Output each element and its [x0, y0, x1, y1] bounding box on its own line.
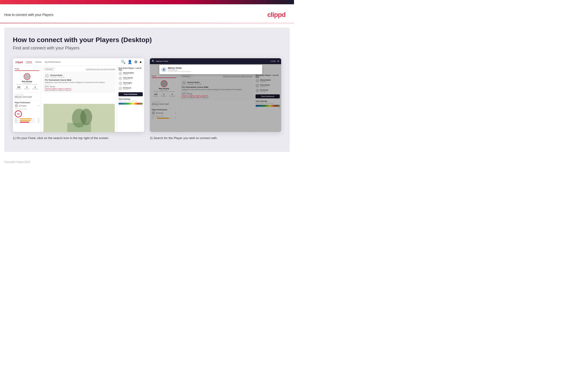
act-header: Richard Butler Yesterday · The Grove — [45, 74, 113, 78]
header: How to connect with your Players clippd — [0, 4, 294, 23]
app-nav-1: clippd Home Teams My Performance 🔍 👤 ⚙ ● — [13, 58, 144, 66]
search-icon-ui: 🔍 — [152, 60, 155, 63]
golfer-illustration — [41, 104, 117, 132]
screenshots-row: clippd Home Teams My Performance 🔍 👤 ⚙ ● — [13, 58, 281, 140]
header-divider — [0, 23, 294, 23]
clear-button[interactable]: CLEAR — [271, 60, 276, 62]
tag-putt: PUTT — [64, 88, 71, 91]
hero-title: How to connect with your Players (Deskto… — [13, 36, 281, 44]
avatar-icon[interactable]: ● — [139, 60, 142, 64]
page-title: How to connect with your Players — [4, 13, 53, 17]
following-button[interactable]: Following ▾ — [43, 67, 55, 71]
heatmap-title: Team Heatmap — [119, 98, 143, 100]
tag-arg: ARG — [58, 88, 64, 91]
left-panel-1: Feed Blair McHarg Golf Coach Mill Ride G… — [13, 66, 41, 132]
nav-item-teams[interactable]: Teams — [35, 61, 42, 63]
heatmap-bar — [119, 103, 143, 105]
profile-club: Mill Ride Golf Club, United Kingdom — [15, 84, 39, 85]
hero-subtitle: Find and connect with your Players — [13, 46, 281, 51]
golfer-image-area — [41, 104, 117, 132]
following-row: Following ▾ Control who can see your act… — [43, 67, 115, 71]
screenshot-2-col: clippd Home Teams My Performance 🔍 👤 ⚙ ●… — [150, 58, 281, 140]
heatmap-scale: -5 +5 — [119, 105, 143, 107]
stat-activities: 129 Activities — [16, 86, 21, 90]
logo: clippd — [267, 11, 285, 18]
avatar-inner — [25, 74, 30, 79]
pl-avatar-4 — [119, 87, 122, 90]
bars-mini: OTT 79 APP — [15, 118, 39, 123]
tag-ott: OTT — [45, 88, 51, 91]
right-panel-1: Most Active Players - Last 30 days Richa… — [117, 66, 144, 132]
search-input[interactable]: Marcus Turner — [156, 60, 269, 62]
heatmap-subtitle: Player Quality · 20 Round Trend — [119, 100, 143, 102]
stat-following: 4 Following — [32, 86, 38, 90]
sr-avatar: 👤 — [161, 67, 167, 72]
user-icon[interactable]: 👤 — [128, 60, 132, 64]
act-tags: OTT APP ARG PUTT — [45, 88, 113, 91]
player-list-item-1: Richard Butler Activities: 7 — [119, 72, 143, 75]
control-link[interactable]: Control who can see your activity and da… — [86, 68, 115, 70]
search-dropdown: 👤 Marcus Turner 1-5 Handicap Cypress Poi… — [159, 65, 262, 74]
latest-activity: Latest Activity Afternoon round of golf … — [15, 94, 39, 99]
score-circle: 84 — [15, 110, 22, 118]
search-result-item[interactable]: 👤 Marcus Turner 1-5 Handicap Cypress Poi… — [161, 67, 260, 72]
caption-1: 1) On your Feed, click on the search ico… — [13, 136, 144, 140]
app-logo-small-1: clippd — [15, 61, 23, 64]
svg-rect-3 — [67, 123, 91, 132]
footer: Copyright Clippd 2022 — [0, 156, 294, 168]
main-content: How to connect with your Players (Deskto… — [4, 28, 290, 152]
player-list-item-4: Eli Vincent Activities: 1 — [119, 87, 143, 90]
nav-icons-1: 🔍 👤 ⚙ ● — [121, 60, 142, 64]
top-gradient-bar — [0, 0, 294, 4]
feed-tab[interactable]: Feed — [15, 68, 39, 71]
screenshot-2-box: clippd Home Teams My Performance 🔍 👤 ⚙ ●… — [150, 58, 281, 132]
profile-name: Blair McHarg — [15, 81, 39, 82]
screenshot-1-box: clippd Home Teams My Performance 🔍 👤 ⚙ ● — [13, 58, 144, 132]
pl-avatar-1 — [119, 72, 122, 75]
search-bar: 🔍 Marcus Turner CLEAR ✕ — [150, 58, 281, 64]
screenshot-1-col: clippd Home Teams My Performance 🔍 👤 ⚙ ● — [13, 58, 144, 140]
nav-item-myperformance[interactable]: My Performance — [45, 61, 61, 63]
team-dashboard-button[interactable]: Team Dashboard — [119, 92, 143, 96]
pp-player-avatar — [15, 104, 18, 107]
profile-section: Blair McHarg Golf Coach Mill Ride Golf C… — [15, 72, 39, 93]
player-list-item-2: Piers Parnell Activities: 4 — [119, 77, 143, 80]
bar-arg: ARG 61 — [15, 121, 39, 123]
bar-ott: OTT 79 — [15, 118, 39, 120]
bar-app: APP 70 — [15, 120, 39, 121]
center-panel-1: Following ▾ Control who can see your act… — [41, 66, 117, 132]
stat-followers: 3 Followers — [24, 86, 30, 90]
avatar — [24, 73, 30, 80]
search-icon[interactable]: 🔍 — [121, 60, 126, 64]
act-avatar — [45, 74, 49, 78]
nav-item-home[interactable]: Home — [26, 61, 32, 63]
pl-avatar-2 — [119, 77, 122, 80]
active-players-title: Most Active Players - Last 30 days — [119, 67, 143, 71]
settings-icon[interactable]: ⚙ — [134, 60, 138, 64]
activity-card: Richard Butler Yesterday · The Grove Pre… — [43, 72, 115, 92]
footer-text: Copyright Clippd 2022 — [4, 160, 30, 163]
tag-app: APP — [51, 88, 57, 91]
player-list-item-3: Hiral Pujara Activities: 3 — [119, 82, 143, 85]
caption-2: 2) Search for the Player you wish to con… — [150, 136, 281, 140]
pp-dropdown[interactable]: ▾ — [38, 105, 39, 107]
close-button[interactable]: ✕ — [277, 60, 279, 63]
pp-player-row: Eli Vincent ▾ — [15, 104, 39, 107]
pl-avatar-3 — [119, 82, 122, 85]
stats-row: 129 Activities 3 Followers 4 Following — [15, 86, 39, 90]
player-performance-section: Player Performance Eli Vincent ▾ Total P… — [15, 101, 39, 123]
app-body-1: Feed Blair McHarg Golf Coach Mill Ride G… — [13, 66, 144, 132]
svg-point-2 — [80, 109, 92, 125]
